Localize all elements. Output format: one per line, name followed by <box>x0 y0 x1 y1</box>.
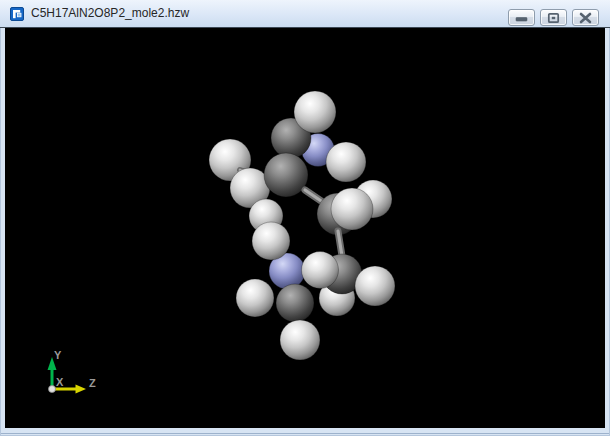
y-axis-label: Y <box>54 349 62 361</box>
window-frame-line <box>1 433 609 434</box>
z-axis-arrowhead <box>76 385 87 394</box>
close-button[interactable] <box>572 9 599 26</box>
window-title: C5H17AlN2O8P2_mole2.hzw <box>31 0 189 27</box>
atom-H[interactable] <box>331 188 373 230</box>
atom-H[interactable] <box>355 266 395 306</box>
x-axis-dot <box>49 386 56 393</box>
bond <box>338 231 342 256</box>
titlebar[interactable]: C5H17AlN2O8P2_mole2.hzw <box>0 0 610 28</box>
close-icon <box>577 12 594 24</box>
atom-H[interactable] <box>326 142 366 182</box>
axis-indicator: Y X Z <box>48 349 97 394</box>
atom-H[interactable] <box>236 279 274 317</box>
molecule-model <box>209 91 395 360</box>
minimize-icon <box>513 12 530 23</box>
atom-H[interactable] <box>280 320 320 360</box>
viewport-3d[interactable]: Y X Z <box>5 28 605 428</box>
atom-H[interactable] <box>252 222 290 260</box>
restore-button[interactable] <box>540 9 567 26</box>
atom-C[interactable] <box>276 284 314 322</box>
z-axis-label: Z <box>89 377 96 389</box>
restore-icon <box>545 12 562 24</box>
atom-C[interactable] <box>264 153 308 197</box>
app-icon <box>10 7 24 21</box>
minimize-button[interactable] <box>508 9 535 26</box>
atom-H[interactable] <box>302 252 339 289</box>
atom-H[interactable] <box>294 91 336 133</box>
app-window: C5H17AlN2O8P2_mole2.hzw <box>0 0 610 436</box>
x-axis-label: X <box>56 376 64 388</box>
window-controls <box>508 9 599 26</box>
